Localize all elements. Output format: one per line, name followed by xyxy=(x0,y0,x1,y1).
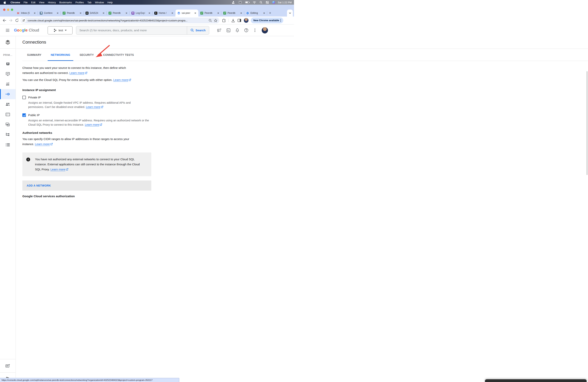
menu-view[interactable]: View xyxy=(37,1,46,4)
omnibox[interactable]: console.cloud.google.com/sql/instances/s… xyxy=(21,18,219,23)
gemini-assist-icon[interactable] xyxy=(217,28,221,32)
close-tab-icon[interactable]: ✕ xyxy=(217,12,220,15)
close-tab-icon[interactable]: ✕ xyxy=(102,12,105,15)
menu-tab[interactable]: Tab xyxy=(85,1,93,4)
close-tab-icon[interactable]: ✕ xyxy=(56,12,59,15)
learn-more-link[interactable]: Learn more xyxy=(69,71,87,74)
help-icon[interactable] xyxy=(244,28,248,32)
tab-editing[interactable]: Editing ✕ xyxy=(244,10,267,17)
reload-button[interactable] xyxy=(15,19,19,22)
learn-more-link[interactable]: Learn more xyxy=(35,142,53,146)
peerdb-icon xyxy=(63,12,65,15)
menu-help[interactable]: Help xyxy=(106,1,115,4)
back-button[interactable] xyxy=(3,19,6,22)
close-tab-icon[interactable]: ✕ xyxy=(148,12,151,15)
more-options-icon[interactable] xyxy=(253,29,256,32)
close-tab-icon[interactable]: ✕ xyxy=(171,12,174,15)
sidebar-item-users[interactable] xyxy=(0,99,16,109)
learn-more-link[interactable]: Learn more xyxy=(86,106,103,108)
tab-peerdb-4[interactable]: Peerdb ✕ xyxy=(221,10,244,17)
public-ip-checkbox[interactable] xyxy=(22,113,26,117)
sidebar-item-backups[interactable] xyxy=(0,119,16,129)
forward-button[interactable] xyxy=(9,19,12,22)
wifi-icon[interactable] xyxy=(253,1,256,4)
tab-security[interactable]: SECURITY xyxy=(75,49,98,61)
external-link-icon xyxy=(85,72,87,74)
display-stats-icon[interactable] xyxy=(232,1,235,4)
nav-menu-icon[interactable] xyxy=(6,29,9,32)
tab-x-home[interactable]: X Home / ✕ xyxy=(152,10,175,17)
sidebar-item-query-insights[interactable] xyxy=(0,79,16,89)
close-tab-icon[interactable]: ✕ xyxy=(33,12,36,15)
zoom-icon[interactable] xyxy=(209,19,212,22)
tab-conference[interactable]: Confere ✕ xyxy=(38,10,61,17)
sidebar-item-overview[interactable] xyxy=(0,59,16,69)
url-text[interactable]: console.cloud.google.com/sql/instances/s… xyxy=(28,19,207,22)
tab-connectivity-tests[interactable]: CONNECTIVITY TESTS xyxy=(98,49,138,61)
tab-networking[interactable]: NETWORKING xyxy=(46,49,75,61)
tab-log-explorer[interactable]: Log Expl ✕ xyxy=(129,10,152,17)
close-window-button[interactable] xyxy=(3,9,5,11)
cloud-shell-icon[interactable] xyxy=(227,28,231,32)
close-tab-icon[interactable]: ✕ xyxy=(240,12,243,15)
menu-chrome[interactable]: Chrome xyxy=(9,1,22,4)
gc-search-bar[interactable]: Search xyxy=(76,26,209,35)
sidebar-item-databases[interactable] xyxy=(0,109,16,119)
public-ip-label[interactable]: Public IP xyxy=(28,113,40,118)
gc-search-input[interactable] xyxy=(76,29,187,32)
menu-file[interactable]: File xyxy=(22,1,29,4)
tab-inbox[interactable]: M Inbox (5 ✕ xyxy=(15,10,38,17)
sidebar-item-system-insights[interactable] xyxy=(0,69,16,79)
sidebar-item-replicas[interactable] xyxy=(0,129,16,140)
project-selector[interactable]: test xyxy=(48,26,73,34)
siri-icon[interactable] xyxy=(272,1,275,4)
minimize-window-button[interactable] xyxy=(7,9,9,11)
tab-search-chevron[interactable] xyxy=(287,10,293,17)
extensions-icon[interactable] xyxy=(222,19,226,22)
menu-bookmarks[interactable]: Bookmarks xyxy=(58,1,74,4)
tab-peerdb-1[interactable]: Peerdb ✕ xyxy=(61,10,84,17)
download-icon[interactable] xyxy=(231,19,235,22)
gc-profile-avatar[interactable] xyxy=(262,27,268,33)
google-cloud-logo[interactable]: Google Cloud xyxy=(14,28,39,32)
menu-app-icon[interactable] xyxy=(239,1,242,4)
new-chrome-pill[interactable]: New Chrome available xyxy=(251,18,283,23)
notifications-bell-icon[interactable] xyxy=(235,28,239,32)
tab-sai-peerdb-active[interactable]: sai-peer ✕ xyxy=(175,10,198,17)
menu-bar-clock[interactable]: Sat 1:22 PM xyxy=(278,1,292,4)
private-ip-checkbox[interactable] xyxy=(22,96,26,99)
sidebar-item-connections[interactable] xyxy=(0,89,16,99)
side-panel-icon[interactable] xyxy=(238,19,241,22)
menu-edit[interactable]: Edit xyxy=(29,1,37,4)
chrome-menu-icon[interactable] xyxy=(279,19,282,22)
site-settings-icon[interactable] xyxy=(21,18,26,23)
zoom-window-button[interactable] xyxy=(11,9,13,11)
close-tab-icon[interactable]: ✕ xyxy=(79,12,82,15)
tab-summary[interactable]: SUMMARY xyxy=(22,49,46,61)
menu-profiles[interactable]: Profiles xyxy=(74,1,85,4)
sidebar-item-operations[interactable] xyxy=(0,140,16,150)
tab-peerdb-3[interactable]: Peerdb ✕ xyxy=(198,10,221,17)
apple-logo-icon[interactable] xyxy=(3,1,6,4)
external-link-icon xyxy=(101,106,103,108)
tab-dais[interactable]: DAIS24 ✕ xyxy=(84,10,106,17)
close-tab-icon[interactable]: ✕ xyxy=(263,12,266,15)
close-tab-icon[interactable]: ✕ xyxy=(125,12,128,15)
spotlight-icon[interactable] xyxy=(260,1,262,4)
new-tab-button[interactable]: + xyxy=(267,10,273,17)
bookmark-star-icon[interactable] xyxy=(214,19,217,22)
private-ip-label[interactable]: Private IP xyxy=(28,95,41,100)
browser-profile-avatar[interactable] xyxy=(244,18,249,23)
learn-more-link[interactable]: Learn more xyxy=(85,123,102,126)
connections-tabs: SUMMARY NETWORKING SECURITY CONNECTIVITY… xyxy=(22,49,294,61)
menu-window[interactable]: Window xyxy=(93,1,105,4)
gc-search-button[interactable]: Search xyxy=(187,29,209,32)
learn-more-link[interactable]: Learn more xyxy=(50,168,68,171)
tab-peerdb-2[interactable]: Peerdb ✕ xyxy=(106,10,129,17)
close-tab-icon[interactable]: ✕ xyxy=(194,12,197,15)
control-center-icon[interactable] xyxy=(266,1,269,4)
menu-history[interactable]: History xyxy=(46,1,57,4)
learn-more-link[interactable]: Learn more xyxy=(113,78,131,82)
add-network-button[interactable]: ADD A NETWORK xyxy=(22,180,151,191)
battery-icon[interactable] xyxy=(245,1,249,3)
